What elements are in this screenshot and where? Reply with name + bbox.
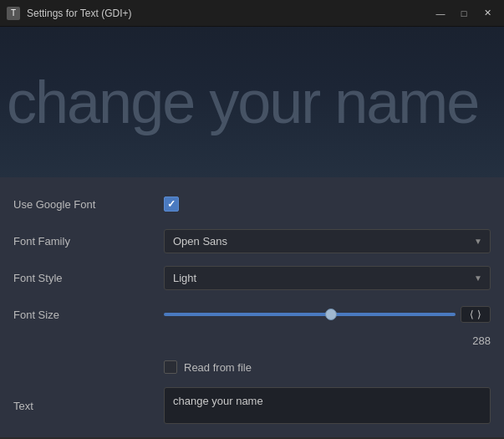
text-input[interactable] (164, 387, 491, 424)
font-style-dropdown-wrapper: Light Regular Bold Italic Light Italic ▼ (164, 266, 491, 290)
font-family-row: Font Family Open Sans Roboto Lato Montse… (13, 224, 491, 258)
font-family-dropdown[interactable]: Open Sans Roboto Lato Montserrat Oswald (164, 229, 491, 253)
font-size-control: ⟨ ⟩ (164, 306, 491, 323)
read-from-file-label: Read from file (184, 361, 252, 374)
close-button[interactable]: ✕ (477, 5, 497, 22)
text-label: Text (13, 400, 164, 412)
app-icon: T (7, 7, 20, 20)
use-google-font-checkbox[interactable] (164, 197, 179, 212)
settings-panel: Use Google Font Font Family Open Sans Ro… (0, 177, 504, 437)
window-controls: — □ ✕ (430, 5, 497, 22)
read-from-file-row: Read from file (13, 350, 491, 384)
use-google-font-control (164, 197, 491, 212)
font-style-control: Light Regular Bold Italic Light Italic ▼ (164, 266, 491, 290)
read-from-file-control: Read from file (164, 360, 491, 374)
font-style-label: Font Style (13, 272, 164, 284)
use-google-font-label: Use Google Font (13, 198, 164, 211)
maximize-button[interactable]: □ (454, 5, 474, 22)
font-size-display: 288 (472, 334, 491, 347)
font-family-label: Font Family (13, 235, 164, 248)
font-style-row: Font Style Light Regular Bold Italic Lig… (13, 261, 491, 294)
title-bar-left: T Settings for Text (GDI+) (7, 7, 132, 20)
font-size-slider[interactable] (164, 313, 456, 316)
font-size-row: Font Size ⟨ ⟩ (13, 298, 491, 331)
title-bar: T Settings for Text (GDI+) — □ ✕ (0, 0, 504, 27)
title-bar-title: Settings for Text (GDI+) (27, 8, 132, 19)
text-control (164, 387, 491, 424)
read-from-file-checkbox[interactable] (164, 360, 177, 374)
text-row: Text (13, 387, 491, 424)
use-google-font-row: Use Google Font (13, 187, 491, 221)
minimize-button[interactable]: — (430, 5, 451, 22)
font-size-label: Font Size (13, 309, 164, 321)
preview-area: change your name (0, 27, 504, 177)
preview-text: change your name (0, 68, 478, 136)
font-size-slider-wrapper: ⟨ ⟩ (164, 306, 491, 323)
font-family-dropdown-wrapper: Open Sans Roboto Lato Montserrat Oswald … (164, 229, 491, 253)
font-size-value-box: ⟨ ⟩ (461, 306, 491, 323)
font-style-dropdown[interactable]: Light Regular Bold Italic Light Italic (164, 266, 491, 290)
font-family-control: Open Sans Roboto Lato Montserrat Oswald … (164, 229, 491, 253)
